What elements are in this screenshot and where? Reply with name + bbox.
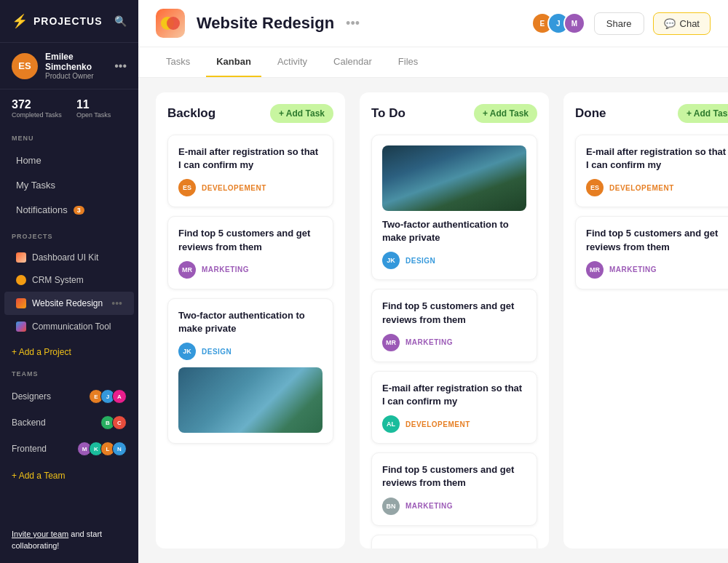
task-tag: MARKETING <box>405 338 453 346</box>
task-card[interactable]: E-mail after registration so that I can … <box>167 135 333 207</box>
project-item-dashboard[interactable]: Dashboard UI Kit <box>4 247 134 268</box>
project-label-comms: Communication Tool <box>32 322 111 332</box>
task-footer: MR MARKETING <box>382 334 526 351</box>
task-card[interactable]: E-mail after registration so that I can … <box>575 135 728 207</box>
project-more-icon[interactable]: ••• <box>111 298 122 309</box>
open-count: 11 <box>76 98 111 111</box>
task-tag: MARKETING <box>202 265 249 273</box>
main-content: Website Redesign ••• E J M Share 💬 Chat … <box>138 0 728 563</box>
logo-area: ⚡ PROJECTUS 🔍 <box>0 0 138 42</box>
avatar: C <box>112 415 127 430</box>
task-avatar: AL <box>382 415 400 433</box>
tab-tasks[interactable]: Tasks <box>156 47 200 77</box>
task-title: E-mail after registration so that I can … <box>178 145 323 172</box>
task-footer: ES DEVELOPEMENT <box>586 179 728 196</box>
sidebar-item-home[interactable]: Home <box>4 148 134 172</box>
column-done: Done + Add Task E-mail after registratio… <box>563 92 728 548</box>
task-card[interactable]: Find top 5 customers and get reviews fro… <box>371 452 537 525</box>
invite-cta[interactable]: Invite your team and start collaborating… <box>12 529 127 551</box>
task-image <box>382 145 526 211</box>
task-title: Two-factor authentication to make privat… <box>178 309 323 335</box>
project-logo-icon <box>160 13 181 33</box>
task-image <box>178 367 323 433</box>
teams-section-label: TEAMS <box>0 363 138 380</box>
project-label-crm: CRM System <box>32 275 84 285</box>
user-name: Emilee Simchenko <box>45 52 107 72</box>
task-avatar: MR <box>178 261 196 279</box>
task-avatar: JK <box>178 343 196 360</box>
add-task-backlog[interactable]: + Add Task <box>270 104 333 123</box>
task-card[interactable]: Two-factor authentication to make privat… <box>167 298 333 444</box>
add-task-done[interactable]: + Add Task <box>678 104 728 123</box>
user-profile: ES Emilee Simchenko Product Owner ••• <box>0 42 138 89</box>
task-image-inner <box>178 367 323 433</box>
task-footer: ES DEVELOPEMENT <box>178 179 323 196</box>
user-more-icon[interactable]: ••• <box>114 60 127 73</box>
task-card[interactable]: Find top 5 customers and get reviews fro… <box>167 216 333 289</box>
task-card[interactable]: E-mail after registration so that I can … <box>371 535 537 549</box>
task-footer: JK DESIGN <box>382 252 526 269</box>
project-dot-website <box>16 298 26 308</box>
tab-files[interactable]: Files <box>388 47 428 77</box>
avatar: N <box>112 442 127 456</box>
project-dot-comms <box>16 322 26 332</box>
task-title: E-mail after registration so that I can … <box>382 546 526 549</box>
app-name: PROJECTUS <box>33 15 103 27</box>
todo-header: To Do + Add Task <box>371 104 537 123</box>
task-card[interactable]: Find top 5 customers and get reviews fro… <box>371 289 537 362</box>
done-header: Done + Add Task <box>575 104 728 123</box>
project-logo <box>156 9 185 38</box>
backlog-header: Backlog + Add Task <box>167 104 333 123</box>
project-item-comms[interactable]: Communication Tool <box>4 316 134 338</box>
main-nav: Home My Tasks Notifications 3 <box>0 145 138 225</box>
user-role: Product Owner <box>45 72 107 80</box>
kanban-board: Backlog + Add Task E-mail after registra… <box>138 78 728 563</box>
team-label-backend: Backend <box>12 418 46 428</box>
chat-button[interactable]: 💬 Chat <box>653 12 711 35</box>
designers-avatars: E J A <box>92 389 127 404</box>
project-item-website[interactable]: Website Redesign ••• <box>4 292 134 315</box>
todo-title: To Do <box>371 106 405 121</box>
header-more-icon[interactable]: ••• <box>346 16 360 31</box>
chat-label: Chat <box>680 18 700 29</box>
task-card[interactable]: E-mail after registration so that I can … <box>371 371 537 444</box>
backlog-title: Backlog <box>167 106 215 121</box>
header-actions: E J M Share 💬 Chat <box>531 12 711 35</box>
task-title: Find top 5 customers and get reviews fro… <box>586 227 728 253</box>
task-card[interactable]: Two-factor authentication to make privat… <box>371 135 537 280</box>
task-avatar: BN <box>382 498 400 515</box>
projects-section-label: PROJECTS <box>0 225 138 243</box>
sidebar-item-notifications[interactable]: Notifications 3 <box>4 198 134 222</box>
add-team-link[interactable]: + Add a Team <box>0 465 138 487</box>
open-stat: 11 Open Tasks <box>76 98 111 119</box>
task-tag: MARKETING <box>609 265 657 273</box>
sidebar-item-my-tasks[interactable]: My Tasks <box>4 173 134 197</box>
add-project-link[interactable]: + Add a Project <box>0 341 138 363</box>
sidebar: ⚡ PROJECTUS 🔍 ES Emilee Simchenko Produc… <box>0 0 138 563</box>
tab-calendar[interactable]: Calendar <box>323 47 382 77</box>
team-item-backend: Backend B C <box>0 410 138 436</box>
project-item-crm[interactable]: CRM System <box>4 269 134 291</box>
search-icon[interactable]: 🔍 <box>114 15 127 27</box>
tab-kanban[interactable]: Kanban <box>206 47 261 77</box>
logo-icon: ⚡ <box>12 13 28 29</box>
header-project-title: Website Redesign <box>197 14 334 33</box>
completed-count: 372 <box>12 98 62 111</box>
task-card[interactable]: Find top 5 customers and get reviews fro… <box>575 216 728 289</box>
task-title: Find top 5 customers and get reviews fro… <box>178 227 323 253</box>
team-label-designers: Designers <box>12 391 51 402</box>
invite-link-text[interactable]: Invite your team <box>12 530 68 538</box>
tab-activity[interactable]: Activity <box>267 47 317 77</box>
task-footer: BN MARKETING <box>382 498 526 515</box>
task-tag: DEVELOPEMENT <box>405 420 470 428</box>
team-item-frontend: Frontend M K L N <box>0 436 138 462</box>
completed-label: Completed Tasks <box>12 111 62 119</box>
task-footer: MR MARKETING <box>178 261 323 279</box>
project-dot-crm <box>16 275 26 285</box>
add-task-todo[interactable]: + Add Task <box>474 104 537 123</box>
backend-avatars: B C <box>103 415 127 430</box>
share-button[interactable]: Share <box>594 12 644 35</box>
main-header: Website Redesign ••• E J M Share 💬 Chat <box>138 0 728 47</box>
open-label: Open Tasks <box>76 111 111 119</box>
done-title: Done <box>575 106 606 121</box>
